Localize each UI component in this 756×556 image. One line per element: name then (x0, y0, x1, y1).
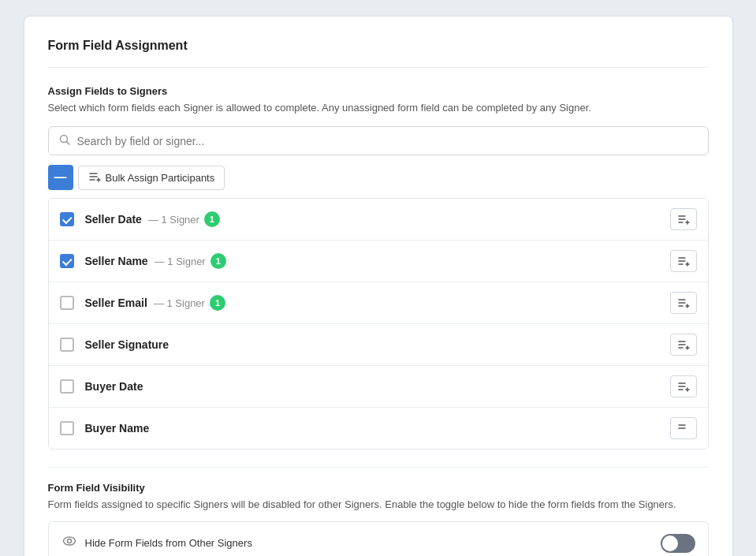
assign-participants-button[interactable] (670, 292, 697, 314)
visibility-desc: Form fields assigned to specific Signers… (48, 498, 709, 510)
field-list: Seller Date— 1 Signer1 Seller Name— 1 Si… (48, 198, 709, 450)
svg-point-35 (67, 539, 71, 543)
field-checkbox[interactable] (60, 254, 74, 268)
hide-fields-toggle[interactable] (661, 534, 695, 553)
field-row-left: Seller Email— 1 Signer1 (60, 295, 670, 311)
assign-section-title: Assign Fields to Signers (48, 85, 709, 97)
search-box (48, 126, 709, 155)
field-row: Seller Date— 1 Signer1 (49, 199, 708, 241)
visibility-toggle-label: Hide Form Fields from Other Signers (85, 537, 252, 549)
card-title: Form Field Assignment (48, 39, 709, 68)
signer-count: — 1 Signer (155, 256, 206, 267)
field-row-left: Buyer Date (60, 379, 670, 394)
assign-section: Assign Fields to Signers Select which fo… (48, 85, 709, 450)
field-row-left: Seller Signature (60, 338, 670, 352)
assign-section-desc: Select which form fields each Signer is … (48, 102, 709, 114)
field-row-right (670, 417, 697, 439)
assign-participants-button[interactable] (670, 250, 697, 272)
field-row: Seller Signature (49, 324, 708, 366)
field-row: Buyer Name (49, 408, 708, 449)
bulk-assign-button[interactable]: Bulk Assign Participants (78, 166, 225, 190)
signer-count: — 1 Signer (154, 297, 205, 309)
search-icon (58, 133, 71, 148)
field-row-right (670, 208, 697, 230)
field-name: Seller Email (85, 297, 147, 309)
field-name: Buyer Date (85, 380, 143, 393)
field-row: Buyer Date (49, 366, 708, 408)
signer-badge: 1 (210, 253, 226, 269)
toolbar: — Bulk Assign Participants (48, 165, 709, 190)
deselect-all-button[interactable]: — (48, 165, 73, 190)
field-checkbox[interactable] (60, 421, 74, 435)
field-row-left: Seller Name— 1 Signer1 (60, 253, 670, 269)
field-row-right (670, 292, 697, 314)
eye-icon (61, 533, 77, 553)
field-name: Seller Date (85, 213, 142, 226)
assign-participants-button[interactable] (670, 375, 697, 397)
field-row: Seller Name— 1 Signer1 (49, 241, 708, 282)
bulk-assign-icon (88, 170, 101, 185)
form-field-assignment-card: Form Field Assignment Assign Fields to S… (24, 16, 733, 556)
toggle-left: Hide Form Fields from Other Signers (61, 533, 252, 553)
field-name: Seller Signature (85, 338, 169, 351)
field-row-left: Seller Date— 1 Signer1 (60, 211, 670, 227)
assign-participants-button[interactable] (670, 208, 697, 230)
signer-badge: 1 (204, 211, 220, 227)
field-name: Seller Name (85, 255, 148, 267)
toggle-knob (662, 535, 678, 551)
field-checkbox[interactable] (60, 379, 74, 394)
bulk-assign-label: Bulk Assign Participants (106, 172, 215, 184)
field-row-right (670, 334, 697, 356)
svg-line-1 (66, 142, 69, 145)
field-checkbox[interactable] (60, 212, 74, 226)
field-row-left: Buyer Name (60, 421, 670, 435)
field-row: Seller Email— 1 Signer1 (49, 282, 708, 324)
assign-participants-button[interactable] (670, 417, 697, 439)
assign-participants-button[interactable] (670, 334, 697, 356)
field-row-right (670, 250, 697, 272)
field-checkbox[interactable] (60, 338, 74, 352)
visibility-section: Form Field Visibility Form fields assign… (48, 467, 709, 556)
svg-point-34 (63, 537, 75, 545)
visibility-toggle-row: Hide Form Fields from Other Signers (48, 521, 709, 556)
minus-icon: — (54, 170, 67, 185)
signer-badge: 1 (210, 295, 225, 311)
search-input[interactable] (77, 135, 698, 147)
field-name: Buyer Name (85, 422, 150, 435)
visibility-title: Form Field Visibility (48, 482, 709, 494)
field-row-right (670, 375, 697, 397)
field-checkbox[interactable] (60, 296, 74, 310)
signer-count: — 1 Signer (148, 214, 199, 226)
